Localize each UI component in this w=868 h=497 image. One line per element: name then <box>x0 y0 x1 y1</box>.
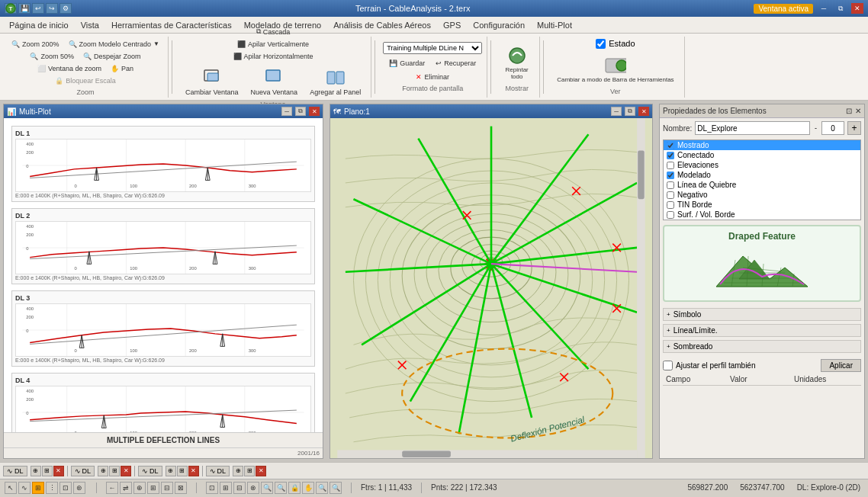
tab-grid-4[interactable]: ⊞ <box>244 466 255 476</box>
apply-btn[interactable]: Aplicar <box>821 359 861 372</box>
delete-btn[interactable]: ✕ Eliminar <box>412 71 453 83</box>
map-close-btn[interactable]: ✕ <box>638 107 649 116</box>
menu-herramientas[interactable]: Herramientas de Características <box>105 19 238 31</box>
st3-4[interactable]: ⊗ <box>247 482 259 494</box>
new-window-btn[interactable]: Nueva Ventana <box>246 64 304 99</box>
change-window-btn[interactable]: Cambiar Ventana <box>180 64 244 99</box>
props-item-elevaciones[interactable]: Elevaciones <box>664 160 860 170</box>
add-panel-btn[interactable]: Agregar al Panel <box>304 64 366 99</box>
mp-minimize-btn[interactable]: ─ <box>281 107 292 116</box>
props-item-modelado[interactable]: Modelado <box>664 170 860 180</box>
title-icons[interactable]: T 💾 ↩ ↪ ⚙ <box>5 3 72 14</box>
mp-close-btn[interactable]: ✕ <box>309 107 320 116</box>
menu-config[interactable]: Configuración <box>467 19 531 31</box>
status-tool-table[interactable]: ⊞ <box>32 482 44 494</box>
tin-borde-checkbox[interactable] <box>667 201 674 209</box>
repaint-btn[interactable]: Repintar todo <box>499 42 535 83</box>
props-add-btn[interactable]: + <box>847 121 861 135</box>
bottom-tab-dl-4[interactable]: ∿ DL <box>206 466 230 476</box>
map-minimize-btn[interactable]: ─ <box>611 107 622 116</box>
map-canvas[interactable]: Deflexión Potencial <box>330 118 652 458</box>
linea-header[interactable]: + Línea/Límite. <box>663 324 861 337</box>
toolbar-mode-btn[interactable]: Cambiar a modo de Barra de Herramientas <box>551 52 679 86</box>
props-item-negativo[interactable]: Negativo <box>664 190 860 200</box>
cascade-btn[interactable]: ⧉ Cascada <box>252 25 294 38</box>
zoom50-btn[interactable]: 🔍 Zoom 50% <box>26 50 78 63</box>
st2-4[interactable]: ⊞ <box>147 482 159 494</box>
st2-1[interactable]: ← <box>106 482 118 494</box>
props-item-tin-borde[interactable]: TIN Borde <box>664 200 860 210</box>
props-close-btn[interactable]: ✕ <box>855 107 861 115</box>
st2-6[interactable]: ⊠ <box>175 482 187 494</box>
st3-2[interactable]: ⊞ <box>220 482 232 494</box>
zoom200-btn[interactable]: 🔍 Zoom 200% <box>8 38 63 50</box>
restore-btn[interactable]: ⧉ <box>834 3 847 14</box>
multiplot-content[interactable]: DL 1 <box>4 118 323 432</box>
status-tool-select[interactable]: ⊡ <box>59 482 72 494</box>
st3-8[interactable]: ✋ <box>302 482 314 494</box>
props-item-conectado[interactable]: Conectado <box>664 150 860 160</box>
tab-copy-4[interactable]: ⊕ <box>233 466 243 476</box>
bottom-tab-dl-3[interactable]: ∿ DL <box>138 466 162 476</box>
tile-h-btn[interactable]: ⬛ Apilar Horizontalmente <box>230 50 317 63</box>
props-item-linea-quiebre[interactable]: Línea de Quiebre <box>664 180 860 190</box>
tab-grid-1[interactable]: ⊞ <box>42 466 53 476</box>
status-tool-arrow[interactable]: ↖ <box>5 482 17 494</box>
tab-close-2[interactable]: ✕ <box>121 466 131 476</box>
tab-grid-2[interactable]: ⊞ <box>109 466 120 476</box>
status-tool-grid[interactable]: ⋮ <box>46 482 58 494</box>
status-tool-link[interactable]: ⊛ <box>73 482 85 494</box>
bottom-tab-dl-1[interactable]: ∿ DL <box>3 466 27 476</box>
modelado-checkbox[interactable] <box>667 172 674 179</box>
linea-quiebre-checkbox[interactable] <box>667 181 674 189</box>
conectado-checkbox[interactable] <box>667 152 674 159</box>
tab-close-4[interactable]: ✕ <box>256 466 266 476</box>
bottom-tab-dl-2[interactable]: ∿ DL <box>71 466 95 476</box>
st3-1[interactable]: ⊡ <box>206 482 218 494</box>
tab-close-1[interactable]: ✕ <box>53 466 64 476</box>
st2-2[interactable]: ⇌ <box>120 482 132 494</box>
format-dropdown[interactable]: Training Multiple DLine N <box>383 42 482 54</box>
toolbar-settings[interactable]: ⚙ <box>59 3 72 14</box>
elevaciones-checkbox[interactable] <box>667 162 674 169</box>
props-item-mostrado[interactable]: Mostrado <box>664 140 860 150</box>
close-btn[interactable]: ✕ <box>851 3 863 14</box>
props-float-btn[interactable]: ⊡ <box>846 107 852 115</box>
tab-copy-3[interactable]: ⊕ <box>166 466 176 476</box>
tile-v-btn[interactable]: ⬛ Apilar Verticalmente <box>233 38 313 50</box>
tab-copy-2[interactable]: ⊕ <box>98 466 108 476</box>
surf-vol-checkbox[interactable] <box>667 211 674 219</box>
toolbar-save[interactable]: 💾 <box>18 3 31 14</box>
simbolo-header[interactable]: + Símbolo <box>663 308 861 321</box>
mostrado-checkbox[interactable] <box>667 142 674 149</box>
toolbar-redo[interactable]: ↪ <box>46 3 58 14</box>
st2-3[interactable]: ⊕ <box>133 482 146 494</box>
adjust-profile-checkbox[interactable] <box>663 361 673 370</box>
map-restore-btn[interactable]: ⧉ <box>625 107 635 116</box>
props-item-surf-vol[interactable]: Surf. / Vol. Borde <box>664 210 860 220</box>
sombreado-header[interactable]: + Sombreado <box>663 340 861 353</box>
st3-3[interactable]: ⊟ <box>233 482 246 494</box>
lock-scale-btn[interactable]: 🔒 Bloquear Escala <box>51 75 120 87</box>
tab-close-3[interactable]: ✕ <box>188 466 199 476</box>
st3-5[interactable]: 🔍 <box>261 482 273 494</box>
menu-multiplot[interactable]: Multi-Plot <box>531 19 578 31</box>
toolbar-undo[interactable]: ↩ <box>32 3 44 14</box>
st3-6[interactable]: 🔍 <box>275 482 287 494</box>
mp-restore-btn[interactable]: ⧉ <box>295 107 306 116</box>
st3-10[interactable]: 🔍 <box>330 482 342 494</box>
estado-checkbox[interactable] <box>596 39 606 49</box>
st3-7[interactable]: 🔒 <box>288 482 301 494</box>
props-name-input[interactable] <box>695 121 810 135</box>
save-format-btn[interactable]: 💾 Guardar <box>385 57 429 69</box>
zoom-centered-btn[interactable]: 🔍 Zoom Modelo Centrado ▼ <box>65 38 163 50</box>
menu-vista[interactable]: Vista <box>75 19 105 31</box>
recover-btn[interactable]: ↩ Recuperar <box>432 57 480 69</box>
menu-gps[interactable]: GPS <box>437 19 467 31</box>
menu-home[interactable]: Página de inicio <box>3 19 75 31</box>
st2-5[interactable]: ⊟ <box>161 482 173 494</box>
st3-9[interactable]: 🔍 <box>316 482 328 494</box>
zoom-window-btn[interactable]: ⬜ Ventana de zoom <box>34 63 105 75</box>
negativo-checkbox[interactable] <box>667 191 674 199</box>
status-tool-wave[interactable]: ∿ <box>18 482 31 494</box>
